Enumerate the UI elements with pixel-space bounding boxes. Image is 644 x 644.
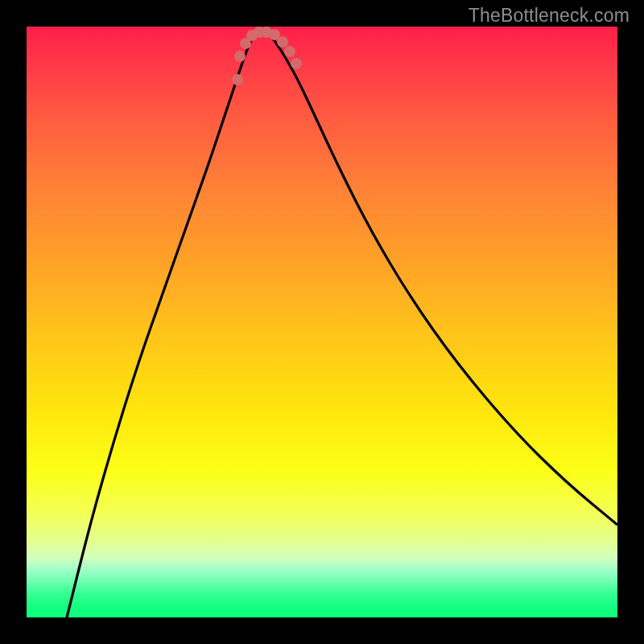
marker-dot xyxy=(284,46,295,57)
marker-dot xyxy=(277,36,288,47)
marker-dot xyxy=(234,51,246,62)
chart-frame: TheBottleneck.com xyxy=(0,0,644,644)
marker-dot xyxy=(232,74,243,85)
bottleneck-curve xyxy=(67,31,617,617)
curve-layer xyxy=(27,27,617,617)
plot-area xyxy=(27,27,617,617)
optimal-region-dots xyxy=(232,27,302,85)
watermark-text: TheBottleneck.com xyxy=(469,5,630,27)
marker-dot xyxy=(291,58,302,69)
